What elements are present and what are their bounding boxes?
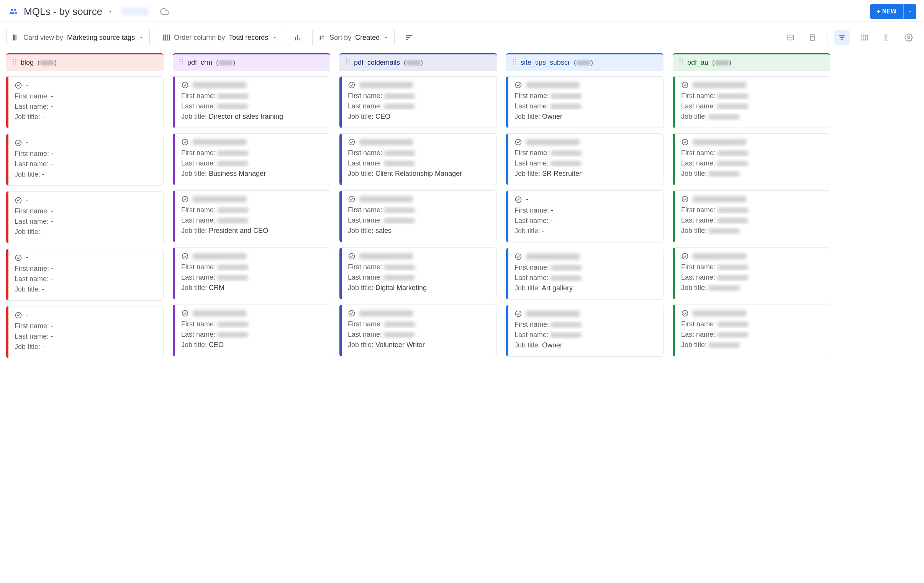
svg-point-49 bbox=[346, 64, 347, 65]
record-card[interactable]: -First name: -Last name: -Job title: - bbox=[506, 190, 663, 243]
field-label: Job title: bbox=[348, 170, 375, 177]
record-card[interactable]: First name: Last name: Job title: Direct… bbox=[173, 76, 330, 128]
record-card[interactable]: First name: Last name: Job title: bbox=[673, 76, 830, 128]
columns-icon[interactable] bbox=[856, 30, 872, 45]
record-card[interactable]: -First name: -Last name: -Job title: - bbox=[6, 76, 163, 128]
record-card[interactable]: First name: Last name: Job title: Client… bbox=[340, 133, 497, 185]
record-card[interactable]: First name: Last name: Job title: Volunt… bbox=[340, 304, 497, 356]
check-circle-icon bbox=[515, 310, 522, 317]
check-circle-icon bbox=[181, 195, 189, 203]
column-count: () bbox=[574, 59, 593, 67]
view-title-dropdown[interactable] bbox=[108, 9, 113, 14]
record-card[interactable]: First name: Last name: Job title: Owner bbox=[506, 76, 663, 128]
clipboard-icon[interactable] bbox=[805, 30, 820, 45]
filter-icon[interactable] bbox=[834, 30, 850, 45]
field-label: First name: bbox=[181, 92, 218, 99]
record-card[interactable]: First name: Last name: Job title: Art ga… bbox=[506, 248, 663, 299]
gear-icon[interactable] bbox=[901, 30, 916, 45]
card-field: Job title: Business Manager bbox=[181, 170, 324, 178]
record-card[interactable]: -First name: -Last name: -Job title: - bbox=[6, 134, 163, 186]
redacted-title bbox=[359, 196, 413, 202]
column-count: () bbox=[404, 59, 423, 67]
record-card[interactable]: -First name: -Last name: -Job title: - bbox=[6, 249, 163, 301]
drag-handle-icon[interactable] bbox=[179, 58, 183, 67]
column-header[interactable]: pdf_crm() bbox=[173, 53, 330, 71]
check-circle-icon bbox=[348, 195, 355, 203]
field-label: Job title: bbox=[15, 113, 42, 121]
redacted-value bbox=[384, 161, 414, 166]
svg-point-41 bbox=[182, 139, 188, 145]
sigma-icon[interactable] bbox=[879, 30, 894, 45]
field-value: - bbox=[42, 170, 45, 178]
drag-handle-icon[interactable] bbox=[346, 58, 350, 67]
order-column-selector[interactable]: Order column by Total records bbox=[157, 29, 283, 46]
new-button-dropdown[interactable] bbox=[903, 4, 916, 19]
svg-rect-19 bbox=[861, 35, 868, 40]
card-view-selector[interactable]: Card view by Marketing source tags bbox=[6, 29, 150, 46]
field-label: Job title: bbox=[181, 170, 209, 177]
sort-selector[interactable]: Sort by Created bbox=[312, 29, 394, 46]
record-card[interactable]: -First name: -Last name: -Job title: - bbox=[6, 306, 163, 358]
card-field: First name: bbox=[348, 206, 490, 214]
new-button[interactable]: + NEW bbox=[870, 4, 903, 19]
record-card[interactable]: First name: Last name: Job title: Owner bbox=[506, 305, 663, 357]
column-header[interactable]: site_tips_subscr() bbox=[506, 53, 663, 71]
svg-point-69 bbox=[680, 61, 681, 63]
card-title-row bbox=[181, 81, 324, 89]
kanban-board: blog()-First name: -Last name: -Job titl… bbox=[0, 53, 924, 583]
svg-rect-0 bbox=[13, 35, 15, 41]
record-card[interactable]: First name: Last name: Job title: SR Rec… bbox=[506, 133, 663, 185]
field-label: Last name: bbox=[681, 216, 717, 224]
card-field: Job title: - bbox=[15, 170, 157, 178]
field-label: First name: bbox=[681, 263, 718, 271]
field-value: - bbox=[51, 102, 53, 110]
svg-point-60 bbox=[513, 64, 514, 65]
record-card[interactable]: First name: Last name: Job title: sales bbox=[340, 190, 497, 242]
record-card[interactable]: First name: Last name: Job title: bbox=[673, 190, 830, 242]
redacted-value bbox=[551, 332, 581, 338]
chart-toggle-icon[interactable] bbox=[290, 30, 305, 45]
drag-handle-icon[interactable] bbox=[679, 58, 683, 67]
card-layout-icon[interactable] bbox=[783, 30, 798, 45]
record-card[interactable]: First name: Last name: Job title: bbox=[673, 133, 830, 185]
card-title-row bbox=[681, 253, 823, 260]
svg-point-65 bbox=[516, 254, 521, 260]
card-title-row bbox=[348, 195, 490, 203]
column-header[interactable]: blog() bbox=[6, 53, 163, 71]
record-card[interactable]: First name: Last name: Job title: Presid… bbox=[173, 190, 330, 242]
svg-point-67 bbox=[680, 59, 681, 60]
column-header[interactable]: pdf_au() bbox=[673, 53, 830, 71]
card-field: Job title: CRM bbox=[181, 284, 324, 292]
drag-handle-icon[interactable] bbox=[512, 58, 517, 67]
card-field: First name: bbox=[181, 92, 324, 100]
record-card[interactable]: First name: Last name: Job title: CEO bbox=[340, 76, 497, 128]
card-field: Last name: bbox=[348, 274, 490, 282]
cloud-sync-icon[interactable] bbox=[159, 7, 170, 16]
svg-point-56 bbox=[513, 59, 514, 60]
record-card[interactable]: First name: Last name: Job title: CRM bbox=[173, 248, 330, 299]
record-card[interactable]: First name: Last name: Job title: Digita… bbox=[340, 248, 497, 299]
record-card[interactable]: First name: Last name: Job title: CEO bbox=[173, 304, 330, 356]
view-title[interactable]: MQLs - by source bbox=[24, 6, 102, 18]
column-count: () bbox=[712, 59, 731, 67]
record-card[interactable]: First name: Last name: Job title: Busine… bbox=[173, 133, 330, 185]
svg-point-57 bbox=[515, 59, 516, 60]
record-card[interactable]: First name: Last name: Job title: bbox=[673, 304, 830, 356]
card-field: First name: bbox=[681, 206, 823, 214]
column-header[interactable]: pdf_coldemails() bbox=[340, 53, 497, 71]
field-label: First name: bbox=[15, 322, 51, 330]
field-label: Last name: bbox=[181, 159, 217, 167]
redacted-title bbox=[693, 253, 746, 259]
record-card[interactable]: -First name: -Last name: -Job title: - bbox=[6, 191, 163, 243]
card-field: Job title: sales bbox=[348, 227, 490, 235]
card-field: Last name: bbox=[181, 330, 324, 339]
field-label: Last name: bbox=[15, 218, 51, 225]
field-label: Last name: bbox=[348, 159, 384, 167]
sort-value: Created bbox=[355, 34, 380, 42]
field-value: SR Recruiter bbox=[542, 170, 581, 177]
redacted-title bbox=[693, 196, 746, 202]
drag-handle-icon[interactable] bbox=[12, 58, 17, 67]
redacted-value bbox=[551, 104, 581, 109]
sort-options-icon[interactable] bbox=[401, 30, 417, 45]
record-card[interactable]: First name: Last name: Job title: bbox=[673, 248, 830, 299]
